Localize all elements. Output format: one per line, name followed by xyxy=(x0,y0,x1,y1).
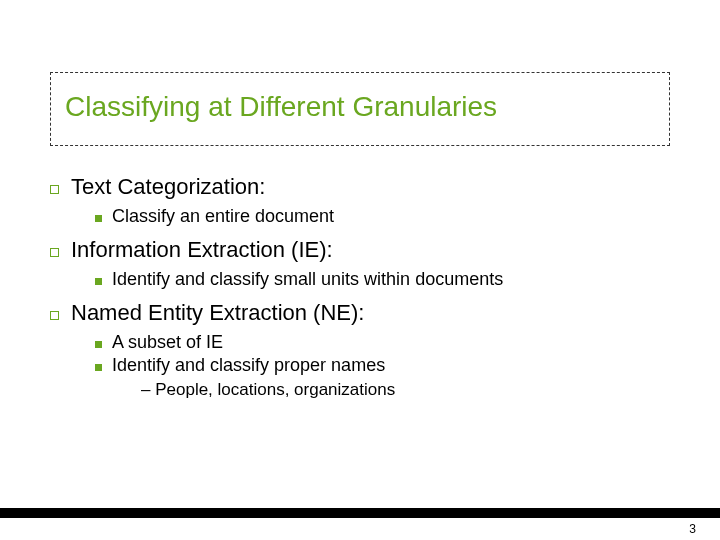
sublist: Classify an entire document xyxy=(95,206,670,227)
bullet-icon xyxy=(50,311,59,320)
list-item: Information Extraction (IE): xyxy=(50,237,670,263)
list-item: Identify and classify small units within… xyxy=(95,269,670,290)
title-box: Classifying at Different Granularies xyxy=(50,72,670,146)
list-item-label: Classify an entire document xyxy=(112,206,334,227)
list-item-label: Named Entity Extraction (NE): xyxy=(71,300,364,326)
sublist: Identify and classify small units within… xyxy=(95,269,670,290)
sublist: A subset of IE Identify and classify pro… xyxy=(95,332,670,400)
bullet-icon xyxy=(95,341,102,348)
bullet-icon xyxy=(95,215,102,222)
footer-bar xyxy=(0,508,720,518)
bullet-icon xyxy=(50,248,59,257)
slide-title: Classifying at Different Granularies xyxy=(65,91,655,123)
bullet-icon xyxy=(95,364,102,371)
page-number: 3 xyxy=(689,522,696,536)
bullet-icon xyxy=(95,278,102,285)
list-item-label: Information Extraction (IE): xyxy=(71,237,333,263)
list-item: A subset of IE xyxy=(95,332,670,353)
bullet-icon xyxy=(50,185,59,194)
list-item-label: Identify and classify small units within… xyxy=(112,269,503,290)
list-item: Text Categorization: xyxy=(50,174,670,200)
list-item: Classify an entire document xyxy=(95,206,670,227)
content-area: Text Categorization: Classify an entire … xyxy=(50,174,670,400)
list-item: Named Entity Extraction (NE): xyxy=(50,300,670,326)
list-item-label: Identify and classify proper names xyxy=(112,355,385,376)
list-item-label: – People, locations, organizations xyxy=(141,380,670,400)
list-item-label: Text Categorization: xyxy=(71,174,265,200)
list-item-label: A subset of IE xyxy=(112,332,223,353)
list-item: Identify and classify proper names xyxy=(95,355,670,376)
